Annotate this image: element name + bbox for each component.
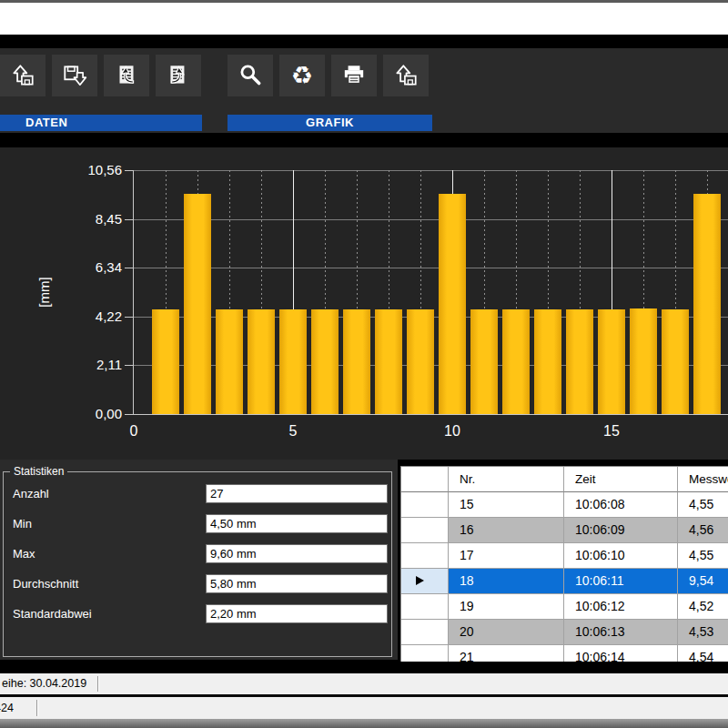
toolbar-group-grafik: ♻GRAFIK [228, 48, 432, 133]
x-tick-label: 0 [118, 423, 149, 440]
cell-messwert[interactable]: 4,56 [678, 518, 728, 543]
cell-messwert[interactable]: 4,54 [678, 645, 728, 662]
stat-value-durchschnitt-input[interactable] [206, 574, 388, 593]
bar [184, 194, 211, 414]
cell-messwert[interactable]: 9,54 [678, 569, 728, 594]
cell-nr[interactable]: 15 [449, 492, 564, 518]
row-header[interactable] [401, 518, 449, 543]
measurement-app-window: { "toolbar": { "groups": [ { "label": "D… [0, 0, 728, 728]
cell-nr[interactable]: 16 [449, 518, 564, 543]
zoom-button[interactable] [228, 55, 273, 96]
y-tick-label: 4,22 [58, 308, 122, 325]
stat-label-anzahl: Anzahl [13, 484, 49, 503]
cell-nr[interactable]: 17 [449, 543, 564, 569]
y-tick-label: 2,11 [58, 357, 122, 373]
cell-zeit[interactable]: 10:06:11 [564, 569, 678, 594]
y-tick-mark [125, 365, 133, 366]
bar [311, 309, 339, 414]
y-tick-label: 8,45 [58, 211, 122, 228]
table-row[interactable]: 1910:06:124,52 [401, 594, 728, 620]
bar [216, 309, 243, 414]
statusbar-secondary: 424 [0, 697, 728, 719]
row-header[interactable] [401, 492, 449, 518]
measurements-table[interactable]: Nr.ZeitMesswert1510:06:084,551610:06:094… [400, 466, 728, 662]
separator-band [0, 35, 728, 48]
y-axis-title: [mm] [33, 272, 56, 312]
row-header-column[interactable] [401, 467, 449, 492]
cell-zeit[interactable]: 10:06:14 [564, 645, 678, 662]
row-header[interactable] [401, 620, 449, 645]
bar [598, 309, 625, 414]
stat-value-min-input[interactable] [206, 514, 388, 533]
bar-chart: [mm] 0,002,114,226,348,4510,56051015 [0, 147, 728, 460]
stat-value-standardabwei-input[interactable] [206, 604, 388, 623]
table-row[interactable]: 1610:06:094,56 [401, 518, 728, 543]
gridline-horizontal [133, 268, 728, 268]
table-row[interactable]: 1710:06:104,55 [401, 543, 728, 569]
bar [566, 309, 593, 414]
statistics-groupbox-title: Statistiken [10, 465, 67, 478]
table-row[interactable]: 2010:06:134,53 [401, 620, 728, 645]
bar [152, 309, 179, 414]
bar [534, 309, 561, 414]
refresh-button[interactable]: ♻ [279, 55, 325, 96]
cell-nr[interactable]: 21 [449, 645, 564, 662]
y-tick-label: 10,56 [58, 162, 122, 178]
cell-messwert[interactable]: 4,53 [678, 620, 728, 645]
stat-label-durchschnitt: Durchschnitt [13, 574, 78, 593]
bar [375, 309, 402, 414]
row-header[interactable] [401, 594, 449, 620]
cell-zeit[interactable]: 10:06:13 [564, 620, 678, 645]
table-row[interactable]: 1810:06:119,54 [401, 569, 728, 594]
column-header-zeit[interactable]: Zeit [564, 467, 678, 492]
bar [279, 309, 307, 414]
save-graphic-button[interactable] [383, 55, 429, 96]
x-tick-label: 15 [596, 423, 627, 440]
row-header[interactable] [401, 569, 449, 594]
cell-nr[interactable]: 18 [449, 569, 564, 594]
cell-zeit[interactable]: 10:06:09 [564, 518, 678, 543]
x-axis-line [133, 414, 728, 415]
y-tick-label: 0,00 [58, 406, 122, 422]
table-row[interactable]: 2110:06:144,54 [401, 645, 728, 662]
table-row[interactable]: 1510:06:084,55 [401, 492, 728, 518]
separator-band [0, 133, 728, 147]
cell-messwert[interactable]: 4,52 [678, 594, 728, 620]
stat-value-anzahl-input[interactable] [206, 484, 388, 503]
cell-zeit[interactable]: 10:06:08 [564, 492, 678, 518]
row-header[interactable] [401, 543, 449, 569]
column-header-messwert[interactable]: Messwert [678, 467, 728, 492]
bar [630, 308, 657, 414]
toolbar-group-daten: DATEN [0, 48, 202, 133]
row-header[interactable] [401, 645, 449, 662]
bar [502, 309, 530, 414]
toolbar: DATEN♻GRAFIK [0, 48, 728, 133]
statistics-groupbox: Statistiken AnzahlMinMaxDurchschnittStan… [3, 471, 392, 657]
export-data-button[interactable] [156, 55, 201, 96]
x-tick-label: 10 [437, 423, 468, 440]
y-tick-mark [125, 268, 133, 268]
load-data-button[interactable] [0, 55, 46, 96]
gridline-horizontal [133, 170, 728, 171]
column-header-nr[interactable]: Nr. [449, 467, 564, 492]
menubar [0, 3, 728, 35]
cell-nr[interactable]: 19 [449, 594, 564, 620]
window-bottom-edge [0, 719, 728, 728]
bar [439, 194, 466, 414]
cell-zeit[interactable]: 10:06:10 [564, 543, 678, 569]
cell-nr[interactable]: 20 [449, 620, 564, 645]
print-icon [340, 62, 368, 89]
bar [662, 309, 689, 414]
cell-zeit[interactable]: 10:06:12 [564, 594, 678, 620]
stat-value-max-input[interactable] [206, 544, 388, 563]
save-data-button[interactable] [52, 55, 97, 96]
load-data-icon [9, 62, 36, 89]
print-button[interactable] [331, 55, 377, 96]
import-data-button[interactable] [104, 55, 149, 96]
cell-messwert[interactable]: 4,55 [678, 543, 728, 569]
toolbar-group-label-daten: DATEN [0, 115, 202, 131]
cell-messwert[interactable]: 4,55 [678, 492, 728, 518]
export-data-icon [165, 62, 192, 89]
bar [343, 309, 370, 414]
bar [470, 309, 498, 414]
